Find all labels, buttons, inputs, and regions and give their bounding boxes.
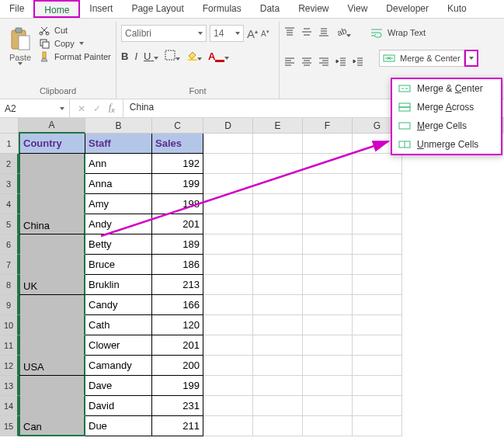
cell[interactable]: Due: [85, 416, 152, 436]
cell[interactable]: 192: [152, 154, 203, 174]
align-middle-button[interactable]: [301, 26, 312, 39]
cell[interactable]: 213: [152, 275, 203, 295]
cell[interactable]: [353, 174, 402, 194]
row-header[interactable]: 11: [0, 335, 19, 356]
cell[interactable]: Ann: [85, 154, 152, 174]
tab-data[interactable]: Data: [251, 0, 289, 18]
font-size-selector[interactable]: 14: [210, 25, 244, 42]
cell[interactable]: [303, 416, 353, 436]
cell[interactable]: [253, 234, 303, 255]
row-header[interactable]: 13: [0, 376, 19, 396]
cell[interactable]: [353, 396, 402, 416]
increase-font-icon[interactable]: A▴: [247, 27, 258, 40]
format-painter-button[interactable]: Format Painter: [39, 51, 111, 62]
cell[interactable]: [203, 154, 253, 174]
row-header[interactable]: 6: [0, 234, 19, 255]
cell[interactable]: China: [19, 214, 85, 234]
align-center-button[interactable]: [301, 56, 312, 68]
decrease-indent-button[interactable]: [335, 56, 346, 68]
cell[interactable]: Candy: [85, 295, 152, 315]
paste-button[interactable]: Paste: [5, 22, 36, 85]
merge-center-dropdown[interactable]: [464, 50, 478, 67]
cell[interactable]: [303, 234, 353, 255]
cell[interactable]: Can: [19, 416, 85, 436]
borders-button[interactable]: [165, 50, 180, 63]
cell[interactable]: [303, 356, 353, 376]
cut-button[interactable]: Cut: [39, 25, 111, 36]
row-header[interactable]: 7: [0, 255, 19, 275]
cell[interactable]: [253, 154, 303, 174]
tab-home[interactable]: Home: [33, 0, 80, 18]
cell[interactable]: Bruce: [85, 255, 152, 275]
font-name-selector[interactable]: Calibri: [121, 25, 207, 42]
tab-page-layout[interactable]: Page Layout: [122, 0, 193, 18]
menu-unmerge-cells[interactable]: Unmerge Cells: [392, 135, 501, 154]
cell[interactable]: [19, 295, 85, 315]
cell[interactable]: [303, 335, 353, 356]
cell[interactable]: Bruklin: [85, 275, 152, 295]
cell[interactable]: [303, 396, 353, 416]
cell[interactable]: [353, 275, 402, 295]
cell[interactable]: [19, 376, 85, 396]
cell[interactable]: [303, 154, 353, 174]
cell[interactable]: [303, 315, 353, 335]
cell[interactable]: [253, 275, 303, 295]
cell[interactable]: [19, 154, 85, 174]
col-header-f[interactable]: F: [303, 118, 353, 134]
row-header[interactable]: 14: [0, 396, 19, 416]
cell[interactable]: [353, 154, 402, 174]
align-bottom-button[interactable]: [318, 26, 329, 39]
orientation-button[interactable]: ab: [335, 26, 351, 39]
tab-review[interactable]: Review: [289, 0, 338, 18]
cell[interactable]: [353, 234, 402, 255]
cell[interactable]: [253, 134, 303, 154]
cell[interactable]: [19, 315, 85, 335]
cell[interactable]: 189: [152, 234, 203, 255]
col-header-c[interactable]: C: [152, 118, 203, 134]
merge-center-button[interactable]: Merge & Center: [379, 50, 464, 67]
menu-merge-center[interactable]: Merge & Center: [392, 79, 501, 98]
cell[interactable]: 211: [152, 416, 203, 436]
cell[interactable]: [203, 356, 253, 376]
cell[interactable]: [353, 416, 402, 436]
cell[interactable]: [253, 335, 303, 356]
cell[interactable]: [303, 255, 353, 275]
menu-merge-cells[interactable]: Merge Cells: [392, 116, 501, 135]
cell[interactable]: [253, 396, 303, 416]
cell[interactable]: [303, 376, 353, 396]
cell[interactable]: [303, 214, 353, 234]
col-header-d[interactable]: D: [203, 118, 253, 134]
bold-button[interactable]: B: [121, 50, 128, 62]
cell[interactable]: [203, 255, 253, 275]
cell[interactable]: [353, 315, 402, 335]
align-right-button[interactable]: [318, 56, 329, 68]
cell[interactable]: [19, 194, 85, 214]
cell[interactable]: Clower: [85, 335, 152, 356]
tab-file[interactable]: File: [0, 0, 33, 18]
cell[interactable]: 198: [152, 194, 203, 214]
cell[interactable]: [253, 295, 303, 315]
cell[interactable]: 186: [152, 255, 203, 275]
decrease-font-icon[interactable]: A▾: [261, 29, 269, 38]
cell[interactable]: 199: [152, 174, 203, 194]
cell[interactable]: Country: [19, 134, 85, 154]
cell[interactable]: [203, 174, 253, 194]
cancel-formula-icon[interactable]: ✕: [78, 103, 85, 114]
cell[interactable]: [353, 255, 402, 275]
row-header[interactable]: 15: [0, 416, 19, 436]
cell[interactable]: [203, 376, 253, 396]
cell[interactable]: 201: [152, 335, 203, 356]
cell[interactable]: [353, 194, 402, 214]
cell[interactable]: [303, 194, 353, 214]
row-header[interactable]: 4: [0, 194, 19, 214]
cell[interactable]: UK: [19, 275, 85, 295]
cell[interactable]: [203, 234, 253, 255]
copy-button[interactable]: Copy: [39, 38, 111, 49]
col-header-a[interactable]: A: [19, 118, 85, 134]
fx-icon[interactable]: fx: [109, 102, 115, 114]
cell[interactable]: [253, 376, 303, 396]
cell[interactable]: Camandy: [85, 356, 152, 376]
align-top-button[interactable]: [284, 26, 295, 39]
cell[interactable]: [253, 174, 303, 194]
cell[interactable]: [353, 376, 402, 396]
